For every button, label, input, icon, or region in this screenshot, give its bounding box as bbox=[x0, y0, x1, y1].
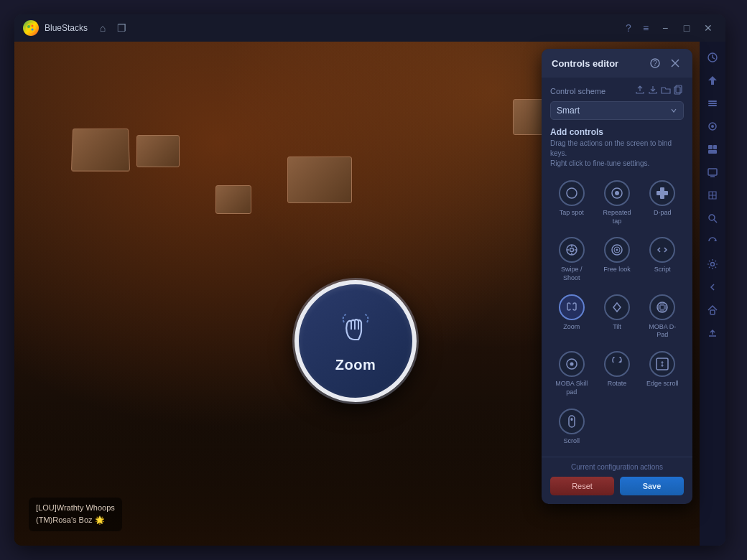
control-edge-scroll[interactable]: Edge scroll bbox=[641, 347, 684, 401]
sidebar-icon-home[interactable] bbox=[702, 300, 723, 320]
crate-6 bbox=[287, 157, 352, 203]
rotate-icon bbox=[604, 351, 630, 377]
add-controls-desc: Drag the actions on the screen to bind k… bbox=[550, 139, 684, 169]
panel-body: Control scheme Smar bbox=[542, 78, 692, 457]
tap-spot-label: Tap spot bbox=[560, 209, 584, 218]
scheme-copy-icon[interactable] bbox=[674, 85, 684, 97]
moba-dpad-icon bbox=[649, 294, 675, 320]
zoom-label: Zoom bbox=[563, 323, 580, 332]
app-logo bbox=[23, 20, 39, 36]
add-controls-title: Add controls bbox=[550, 127, 684, 137]
close-button[interactable]: ✕ bbox=[700, 19, 717, 37]
sidebar-icon-upload[interactable] bbox=[702, 323, 723, 343]
svg-point-40 bbox=[616, 249, 618, 251]
svg-rect-13 bbox=[708, 169, 717, 175]
footer-label: Current configuration actions bbox=[550, 463, 684, 471]
control-swipe-shoot[interactable]: Swipe / Shoot bbox=[550, 233, 593, 286]
svg-rect-45 bbox=[664, 305, 667, 309]
svg-point-3 bbox=[32, 29, 34, 31]
swipe-shoot-icon bbox=[559, 237, 585, 263]
svg-line-15 bbox=[714, 220, 717, 223]
chat-line-2: (TM)Rosa's Boz 🌟 bbox=[36, 514, 115, 527]
svg-rect-31 bbox=[660, 191, 664, 195]
title-bar: BlueStacks ⌂ ❐ ? ≡ − □ ✕ bbox=[14, 14, 725, 42]
control-moba-skill[interactable]: MOBA Skill pad bbox=[550, 347, 593, 401]
sidebar-icon-5[interactable] bbox=[702, 139, 723, 159]
free-look-label: Free look bbox=[603, 266, 631, 274]
swipe-shoot-label: Swipe / Shoot bbox=[553, 266, 590, 282]
svg-point-2 bbox=[32, 25, 34, 27]
sidebar-icon-4[interactable] bbox=[702, 116, 723, 136]
sidebar-icon-refresh[interactable] bbox=[702, 231, 723, 251]
scheme-dropdown[interactable]: Smart bbox=[550, 101, 684, 120]
zoom-control-icon bbox=[559, 294, 585, 320]
save-button[interactable]: Save bbox=[620, 477, 684, 495]
footer-buttons: Reset Save bbox=[550, 477, 684, 495]
control-scroll[interactable]: Scroll bbox=[550, 404, 593, 450]
panel-footer: Current configuration actions Reset Save bbox=[542, 457, 692, 504]
home-icon[interactable]: ⌂ bbox=[96, 22, 109, 34]
svg-point-9 bbox=[711, 125, 714, 128]
svg-point-0 bbox=[27, 24, 35, 32]
npc-1 bbox=[371, 318, 385, 354]
scheme-folder-icon[interactable] bbox=[661, 85, 671, 97]
help-icon[interactable]: ? bbox=[622, 22, 635, 34]
panel-close-icon[interactable] bbox=[668, 56, 682, 70]
panel-title: Controls editor bbox=[552, 58, 618, 69]
minimize-button[interactable]: − bbox=[656, 19, 674, 37]
control-dpad[interactable]: D-pad bbox=[641, 176, 684, 230]
rotate-label: Rotate bbox=[608, 380, 627, 388]
maximize-button[interactable]: □ bbox=[678, 19, 695, 37]
crate-1 bbox=[71, 129, 130, 172]
sidebar-icon-back[interactable] bbox=[702, 277, 723, 297]
script-icon bbox=[649, 237, 675, 263]
sidebar-icon-7[interactable] bbox=[702, 185, 723, 205]
copy-icon[interactable]: ❐ bbox=[115, 22, 128, 34]
svg-rect-10 bbox=[708, 145, 713, 149]
app-window: BlueStacks ⌂ ❐ ? ≡ − □ ✕ bbox=[14, 14, 725, 546]
scheme-label-text: Control scheme bbox=[550, 87, 606, 95]
svg-rect-5 bbox=[708, 101, 717, 102]
panel-help-icon[interactable]: ? bbox=[648, 56, 662, 70]
sidebar-icon-2[interactable] bbox=[702, 70, 723, 90]
character-circle bbox=[309, 373, 338, 384]
sidebar-icon-search[interactable] bbox=[702, 208, 723, 228]
svg-rect-42 bbox=[660, 303, 664, 306]
control-tilt[interactable]: Tilt bbox=[595, 290, 638, 344]
window-controls: ? ≡ − □ ✕ bbox=[622, 19, 717, 37]
control-repeated-tap[interactable]: Repeated tap bbox=[595, 176, 638, 230]
control-moba-dpad[interactable]: MOBA D-Pad bbox=[641, 290, 684, 344]
control-free-look[interactable]: Free look bbox=[595, 233, 638, 286]
svg-rect-17 bbox=[710, 310, 715, 314]
dpad-label: D-pad bbox=[654, 209, 672, 218]
svg-rect-6 bbox=[708, 103, 717, 104]
tilt-icon bbox=[604, 294, 630, 320]
crate-2 bbox=[136, 135, 180, 167]
sidebar-icon-settings[interactable] bbox=[702, 254, 723, 274]
scheme-upload-icon[interactable] bbox=[635, 85, 645, 97]
svg-rect-12 bbox=[708, 150, 717, 154]
svg-rect-49 bbox=[569, 416, 575, 427]
sidebar-icon-1[interactable] bbox=[702, 47, 723, 67]
moba-skill-label: MOBA Skill pad bbox=[553, 380, 590, 396]
control-zoom[interactable]: Zoom bbox=[550, 290, 593, 344]
sidebar-icon-3[interactable] bbox=[702, 93, 723, 113]
menu-icon[interactable]: ≡ bbox=[639, 22, 652, 34]
chat-overlay: [LOU]Wrathty Whoops (TM)Rosa's Boz 🌟 bbox=[29, 498, 122, 531]
edge-scroll-label: Edge scroll bbox=[646, 380, 679, 388]
svg-rect-50 bbox=[570, 418, 572, 421]
svg-point-24 bbox=[567, 188, 577, 198]
sidebar-icon-6[interactable] bbox=[702, 162, 723, 182]
scheme-download-icon[interactable] bbox=[648, 85, 658, 97]
svg-text:?: ? bbox=[653, 60, 657, 67]
control-tap-spot[interactable]: Tap spot bbox=[550, 176, 593, 230]
svg-rect-11 bbox=[713, 145, 717, 149]
scroll-icon bbox=[559, 409, 585, 434]
reset-button[interactable]: Reset bbox=[550, 477, 614, 495]
panel-header-icons: ? bbox=[648, 56, 682, 70]
panel-header: Controls editor ? bbox=[542, 49, 692, 78]
svg-point-47 bbox=[570, 363, 573, 366]
control-script[interactable]: Script bbox=[641, 233, 684, 286]
scheme-value: Smart bbox=[557, 106, 580, 116]
control-rotate[interactable]: Rotate bbox=[595, 347, 638, 401]
